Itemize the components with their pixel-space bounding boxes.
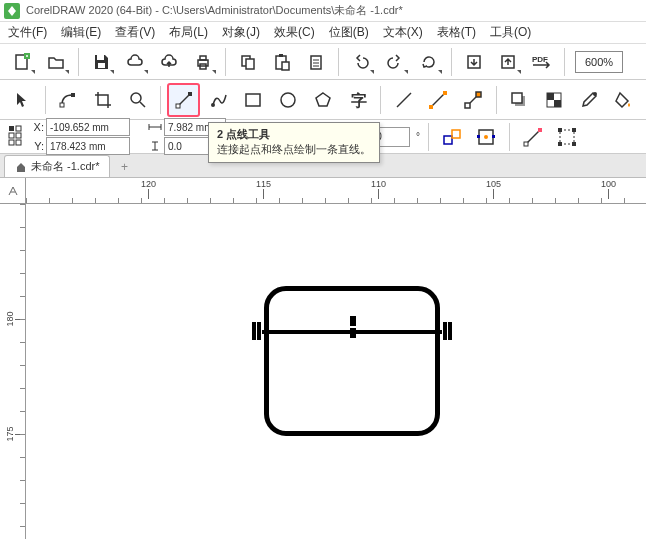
svg-rect-39 [9,140,14,145]
rounded-rectangle[interactable] [264,286,440,436]
copy-button[interactable] [232,47,264,77]
snap-option1-icon[interactable] [437,123,467,151]
separator [496,86,497,114]
separator [45,86,46,114]
selection-handle[interactable] [350,328,356,338]
fill-tool[interactable] [607,83,640,117]
menu-tools[interactable]: 工具(O) [490,24,531,41]
repeat-button[interactable] [413,47,445,77]
svg-rect-16 [60,103,64,107]
svg-rect-19 [176,104,180,108]
svg-rect-53 [558,142,562,146]
menu-layout[interactable]: 布局(L) [169,24,208,41]
export-button[interactable] [492,47,524,77]
separator [338,48,339,76]
connector-tool[interactable] [422,83,455,117]
cloud-upload-button[interactable] [153,47,185,77]
svg-rect-5 [200,56,206,60]
menu-file[interactable]: 文件(F) [8,24,47,41]
menu-view[interactable]: 查看(V) [115,24,155,41]
line-style-icon[interactable] [518,123,548,151]
svg-rect-8 [246,59,254,69]
separator [160,86,161,114]
selection-handle[interactable] [443,322,447,340]
pick-tool[interactable] [6,83,39,117]
polygon-tool[interactable] [307,83,340,117]
rectangle-tool[interactable] [237,83,270,117]
add-tab-button[interactable]: + [114,157,134,177]
tooltip: 2 点线工具 连接起点和终点绘制一条直线。 [208,122,380,163]
import-button[interactable] [458,47,490,77]
zoom-level[interactable]: 600% [575,51,623,73]
separator [380,86,381,114]
cloud-button[interactable] [119,47,151,77]
svg-rect-37 [9,133,14,138]
open-button[interactable] [40,47,72,77]
artistic-media-tool[interactable] [202,83,235,117]
ruler-vertical[interactable]: 180175 [0,204,26,539]
svg-point-23 [281,93,295,107]
menu-bar: 文件(F) 编辑(E) 查看(V) 布局(L) 对象(J) 效果(C) 位图(B… [0,22,646,44]
save-button[interactable] [85,47,117,77]
property-bar: X: -109.652 mm Y: 178.423 mm 7.982 mm 0.… [0,120,646,154]
line-tool[interactable] [387,83,420,117]
svg-rect-47 [492,135,495,138]
svg-rect-35 [9,126,14,131]
ruler-origin[interactable] [0,178,26,204]
canvas[interactable] [26,204,646,539]
drawn-shape[interactable] [264,286,440,436]
shadow-tool[interactable] [503,83,536,117]
eyedropper-tool[interactable] [572,83,605,117]
menu-effects[interactable]: 效果(C) [274,24,315,41]
ruler-horizontal[interactable]: 120115110105100 [26,178,646,204]
shape-tool[interactable] [52,83,85,117]
ellipse-tool[interactable] [272,83,305,117]
bounding-box-icon[interactable] [552,123,582,151]
x-input[interactable]: -109.652 mm [46,118,130,136]
document-tab[interactable]: 未命名 -1.cdr* [4,155,110,177]
y-input[interactable]: 178.423 mm [46,137,130,155]
svg-rect-2 [97,55,104,60]
menu-bitmap[interactable]: 位图(B) [329,24,369,41]
svg-rect-32 [547,93,554,100]
selection-handle[interactable] [257,322,261,340]
selection-handle[interactable] [350,316,356,326]
snap-option2-icon[interactable] [471,123,501,151]
text-tool[interactable]: 字 [341,83,374,117]
transparency-tool[interactable] [537,83,570,117]
tooltip-desc: 连接起点和终点绘制一条直线。 [217,142,371,157]
separator [78,48,79,76]
zoom-tool[interactable] [121,83,154,117]
height-icon [148,141,162,151]
position-icon [6,123,26,151]
svg-rect-46 [477,135,480,138]
svg-rect-52 [572,128,576,132]
svg-rect-17 [71,93,75,97]
selection-handle[interactable] [252,322,256,340]
window-title: CorelDRAW 2020 (64-Bit) - C:\Users\Admin… [26,3,403,18]
menu-object[interactable]: 对象(J) [222,24,260,41]
menu-text[interactable]: 文本(X) [383,24,423,41]
x-label: X: [30,121,44,133]
separator [509,123,510,151]
menu-edit[interactable]: 编辑(E) [61,24,101,41]
svg-rect-54 [572,142,576,146]
print-button[interactable] [187,47,219,77]
clipboard-button[interactable] [300,47,332,77]
pdf-button[interactable]: PDF [526,47,558,77]
two-point-line-tool[interactable] [167,83,200,117]
separator [564,48,565,76]
svg-rect-20 [188,92,192,96]
new-button[interactable] [6,47,38,77]
svg-rect-10 [279,54,283,57]
svg-rect-27 [465,103,470,108]
toolbox: 字 [0,80,646,120]
paste-button[interactable] [266,47,298,77]
undo-button[interactable] [345,47,377,77]
dimension-tool[interactable] [457,83,490,117]
svg-rect-36 [16,126,21,131]
redo-button[interactable] [379,47,411,77]
menu-table[interactable]: 表格(T) [437,24,476,41]
selection-handle[interactable] [448,322,452,340]
crop-tool[interactable] [87,83,120,117]
